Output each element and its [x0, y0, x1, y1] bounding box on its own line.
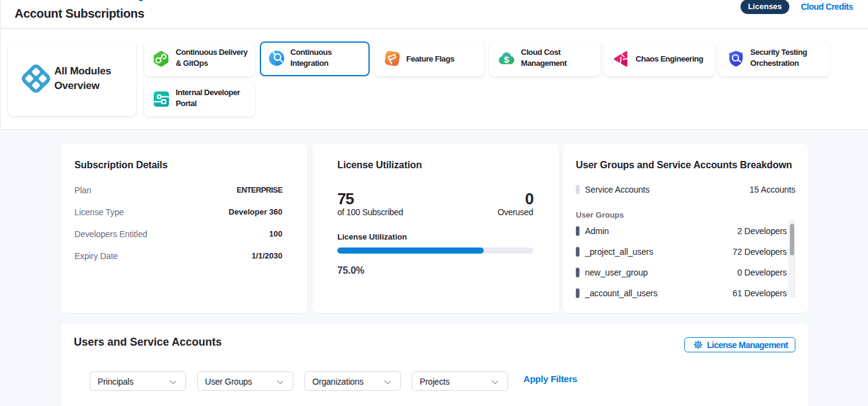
svg-text:$: $: [504, 54, 509, 65]
